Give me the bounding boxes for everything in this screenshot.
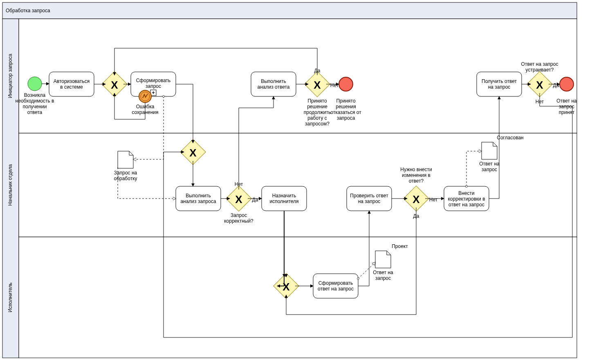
svg-text:X: X (189, 147, 197, 159)
end-event-ok (560, 77, 574, 91)
end-event-refuse (339, 77, 353, 91)
task-check-l2: на запрос (358, 199, 381, 204)
gw-need-l1: Нужно внести (400, 167, 432, 172)
doc-agreed-l2: запрос (482, 167, 497, 172)
task-adjust-l3: ответ на запрос (448, 202, 484, 208)
data-object-request (118, 151, 133, 168)
pool-header (2, 2, 577, 19)
task-check-l1: Проверить ответ (350, 193, 388, 199)
doc-agreed-l1: Ответ на (479, 161, 500, 167)
task-assign-l1: Назначить (272, 193, 296, 199)
doc-project-l2: запрос (375, 275, 391, 281)
task-auth-l2: в системе (60, 84, 83, 90)
end-ok-l1: Ответ на (556, 98, 577, 104)
pool-title: Обработка запроса (6, 8, 50, 13)
doc-req-l1: Запрос на (114, 170, 137, 176)
lane-head-label: Начальник отдела (7, 164, 13, 206)
start-event-label-2: необходимость в (16, 98, 54, 104)
svg-text:X: X (412, 193, 420, 205)
end-ok-l2: запрос (559, 104, 574, 109)
task-form-request-l2: запрос (146, 83, 161, 89)
gw-need-l3: ответ? (409, 178, 424, 184)
gw-continue-no: Нет (330, 83, 339, 88)
task-analyze-answer-l2: анализ ответа (258, 84, 290, 90)
svg-text:X: X (235, 193, 242, 205)
gw-need-no: Нет (429, 197, 438, 203)
gw-continue-l2: решение (307, 104, 327, 109)
gw-ok-yes: Да (553, 83, 559, 88)
data-object-agreed (482, 142, 497, 159)
end-refuse-l1: Принято (336, 98, 355, 104)
task-analyze-request-l2: анализ запроса (180, 199, 216, 204)
task-analyze-request-l1: Выполнить (186, 193, 211, 199)
task-form-request-l1: Сформировать (136, 78, 171, 83)
doc-project-l1: Ответ на (373, 270, 393, 275)
gw-continue-l5: запросом? (305, 121, 330, 127)
lane-executor-label: Исполнитель (7, 283, 13, 313)
svg-text:X: X (536, 79, 543, 91)
start-event-label-3: получении (23, 104, 47, 109)
gw-ok-l2: устраивает? (526, 67, 554, 73)
doc-project-state: Проект (392, 243, 408, 249)
task-adjust-l2: корректировки в (448, 196, 485, 202)
end-refuse-l3: отказаться от (330, 109, 361, 115)
gw-ok-l1: Ответ на запрос (521, 61, 558, 67)
doc-agreed-state: Согласован (497, 135, 523, 141)
task-get-answer-l2: на запрос (488, 84, 511, 90)
lane-executor (19, 237, 577, 358)
data-object-project (375, 251, 391, 268)
gw-correct-l2: корректный? (224, 218, 253, 224)
gw-continue-l4: работу с (307, 115, 327, 121)
task-adjust-l1: Внести (458, 190, 475, 196)
lane-initiator-label: Инициатор запроса (7, 54, 13, 98)
gw-continue-l3: продолжить (304, 109, 331, 115)
start-event-label-1: Возникла (24, 92, 46, 98)
gw-continue-l1: Принято (307, 98, 327, 104)
gw-correct-yes: Да (252, 197, 258, 203)
start-event (28, 77, 42, 91)
end-refuse-l4: запроса (337, 115, 355, 121)
svg-text:X: X (314, 79, 321, 91)
svg-text:+: + (152, 89, 155, 96)
svg-text:X: X (111, 79, 118, 91)
bpmn-diagram: Обработка запроса Инициатор запроса Нача… (0, 0, 612, 364)
start-event-label-4: ответа (27, 109, 43, 115)
task-form-answer-l2: ответ на запрос (318, 286, 354, 292)
task-auth-l1: Авторизоваться (54, 78, 90, 84)
doc-req-l2: обработку (114, 176, 137, 181)
task-form-answer-l1: Сформировать (318, 280, 353, 286)
task-get-answer-l1: Получить ответ (482, 78, 517, 84)
gw-correct-l1: Запрос (231, 212, 247, 218)
task-assign-l2: исполнителя (269, 199, 298, 204)
end-refuse-l2: решения (336, 104, 356, 109)
task-analyze-answer-l1: Выполнить (261, 78, 286, 84)
svg-text:X: X (282, 281, 290, 293)
gw-need-l2: изменения в (402, 172, 430, 178)
